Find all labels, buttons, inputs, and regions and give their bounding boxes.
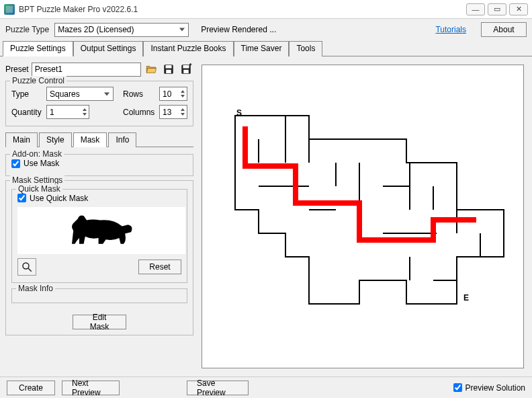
preview-panel: S E — [199, 56, 532, 376]
tab-tools[interactable]: Tools — [289, 41, 322, 56]
columns-stepper[interactable]: 13 — [159, 105, 187, 119]
use-mask-label: Use Mask — [24, 159, 59, 168]
preview-solution-label: Preview Solution — [466, 383, 525, 393]
quantity-stepper[interactable]: 1 — [46, 105, 89, 119]
preview-solution-checkbox[interactable]: Preview Solution — [453, 383, 525, 393]
svg-rect-1 — [166, 65, 172, 69]
preview-status: Preview Rendered ... — [201, 25, 276, 34]
reset-mask-button[interactable]: Reset — [138, 260, 181, 274]
addon-mask-group: Add-on: Mask Use Mask — [5, 154, 193, 176]
save-icon — [163, 63, 175, 75]
save-preview-button[interactable]: Save Preview — [187, 381, 249, 395]
mask-info-group: Mask Info — [11, 288, 187, 303]
use-mask-input[interactable] — [11, 159, 20, 168]
save-preset-button[interactable] — [161, 62, 176, 77]
preset-label: Preset — [5, 65, 29, 74]
puzzle-control-legend: Puzzle Control — [10, 76, 66, 85]
mask-settings-legend: Mask Settings — [10, 175, 64, 185]
close-button[interactable]: ✕ — [509, 3, 528, 15]
maze-preview: S E — [202, 65, 524, 368]
magnifier-icon — [21, 261, 33, 273]
rows-stepper[interactable]: 10 — [159, 87, 187, 101]
tab-instant-books[interactable]: Instant Puzzle Books — [143, 41, 233, 56]
minimize-button[interactable]: — — [466, 3, 485, 15]
tutorials-link[interactable]: Tutorials — [435, 25, 466, 34]
mask-settings-group: Mask Settings Quick Mask Use Quick Mask — [5, 180, 193, 336]
app-icon — [4, 4, 15, 15]
save-as-preset-button[interactable] — [179, 62, 193, 77]
addon-legend: Add-on: Mask — [10, 149, 64, 159]
svg-rect-2 — [166, 70, 171, 73]
edit-mask-button[interactable]: Edit Mask — [73, 315, 126, 329]
quick-mask-group: Quick Mask Use Quick Mask Reset — [11, 189, 187, 284]
open-preset-button[interactable] — [144, 62, 159, 77]
rows-label: Rows — [123, 89, 157, 99]
about-button[interactable]: About — [481, 22, 527, 37]
titlebar: BPT Puzzle Maker Pro v2022.6.1 — ▭ ✕ — [0, 0, 532, 19]
subtab-info[interactable]: Info — [108, 132, 136, 147]
svg-rect-4 — [183, 65, 189, 69]
maze-start-label: S — [236, 108, 242, 118]
maze-end-label: E — [463, 293, 469, 303]
maze-svg: S E — [208, 95, 517, 337]
tab-output-settings[interactable]: Output Settings — [73, 41, 144, 56]
use-quick-mask-label: Use Quick Mask — [30, 194, 88, 203]
svg-rect-5 — [183, 70, 189, 73]
save-as-icon — [180, 63, 192, 75]
columns-label: Columns — [123, 108, 157, 117]
mask-thumbnail — [17, 207, 185, 254]
tab-puzzle-settings[interactable]: Puzzle Settings — [3, 41, 73, 56]
next-preview-button[interactable]: Next Preview — [62, 381, 120, 395]
quantity-label: Quantity — [11, 108, 44, 117]
maximize-button[interactable]: ▭ — [488, 3, 506, 15]
subtab-style[interactable]: Style — [39, 132, 72, 147]
sub-tabstrip: Main Style Mask Info — [5, 132, 193, 147]
create-button[interactable]: Create — [7, 381, 55, 395]
main-tabstrip: Puzzle Settings Output Settings Instant … — [0, 40, 532, 56]
use-mask-checkbox[interactable]: Use Mask — [11, 159, 59, 168]
zoom-mask-button[interactable] — [17, 258, 36, 276]
svg-point-6 — [23, 263, 29, 269]
type-select[interactable]: Squares — [46, 87, 114, 101]
tab-time-saver[interactable]: Time Saver — [234, 41, 290, 56]
dog-silhouette-icon — [54, 208, 148, 253]
bottom-bar: Create Next Preview Save Preview Preview… — [0, 376, 532, 398]
puzzle-type-label: Puzzle Type — [5, 25, 49, 34]
svg-line-7 — [28, 268, 32, 272]
subtab-mask[interactable]: Mask — [73, 132, 107, 147]
puzzle-type-select[interactable]: Mazes 2D (Licensed) — [54, 23, 189, 37]
use-quick-mask-input[interactable] — [17, 194, 26, 202]
mask-info-legend: Mask Info — [16, 284, 55, 293]
window-title: BPT Puzzle Maker Pro v2022.6.1 — [19, 5, 466, 14]
folder-open-icon — [145, 63, 157, 75]
settings-panel: Preset Preset1 Puzzle Control Type Squar… — [0, 56, 199, 376]
top-toolbar: Puzzle Type Mazes 2D (Licensed) Preview … — [0, 19, 532, 40]
use-quick-mask-checkbox[interactable]: Use Quick Mask — [17, 194, 88, 203]
subtab-main[interactable]: Main — [5, 132, 38, 147]
preview-solution-input[interactable] — [453, 383, 462, 392]
quick-mask-legend: Quick Mask — [16, 184, 62, 194]
preset-input[interactable]: Preset1 — [32, 63, 141, 77]
puzzle-control-group: Puzzle Control Type Squares Rows 10 Quan… — [5, 81, 193, 126]
type-label: Type — [11, 89, 44, 99]
